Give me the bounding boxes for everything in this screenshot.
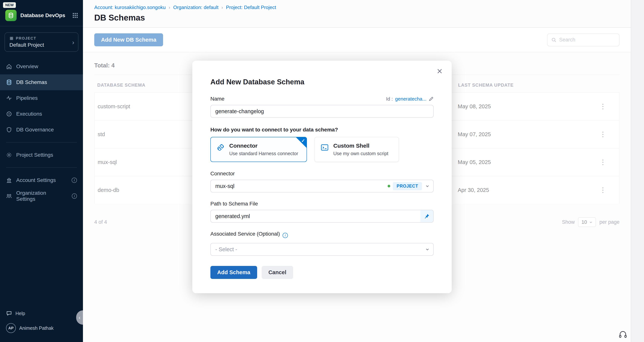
help-label: Help (16, 311, 25, 316)
breadcrumb-separator-icon: › (222, 5, 223, 10)
breadcrumb-project-link[interactable]: Project: Default Project (226, 4, 276, 10)
cancel-button[interactable]: Cancel (262, 266, 293, 279)
page-title: DB Schemas (94, 13, 620, 22)
harness-logo[interactable] (5, 10, 16, 21)
project-scope-label: PROJECT (16, 36, 36, 40)
divider (6, 167, 77, 168)
app-title: Database DevOps (20, 12, 69, 18)
option-subtitle: Use my own custom script (333, 151, 388, 156)
sidebar-item-organization-settings[interactable]: Organization Settings i (0, 188, 83, 204)
organization-icon (6, 193, 12, 199)
associated-service-label: Associated Service (Optional) (210, 231, 280, 237)
option-card-custom-shell[interactable]: Custom Shell Use my own custom script (314, 137, 399, 162)
db-schema-icon (6, 79, 12, 85)
help-chat-icon (6, 310, 12, 316)
module-grid-icon[interactable] (73, 13, 78, 18)
add-schema-modal: Add New Database Schema Name Id : genera… (192, 61, 452, 293)
sidebar-item-executions[interactable]: Executions (0, 106, 83, 122)
sidebar-nav: Overview DB Schemas Pipelines Executions (0, 58, 83, 138)
breadcrumb-account-link[interactable]: Account: kurosakiichigo.songoku (94, 4, 166, 10)
sidebar-item-label: DB Governance (16, 127, 54, 133)
user-name: Animesh Pathak (19, 326, 54, 331)
status-dot (388, 185, 390, 187)
sidebar-item-project-settings[interactable]: Project Settings (0, 147, 83, 163)
app-root: NEW Database DevOps P (0, 0, 644, 342)
page-header: Account: kurosakiichigo.songoku › Organi… (83, 0, 631, 28)
connector-label: Connector (210, 171, 434, 177)
name-label: Name (210, 96, 224, 102)
executions-icon (6, 111, 12, 117)
option-subtitle: Use standard Harness connector (229, 151, 298, 156)
sidebar-item-account-settings[interactable]: Account Settings i (0, 172, 83, 188)
id-value-link[interactable]: generatecha... (395, 96, 426, 102)
avatar: AP (6, 323, 16, 333)
associated-service-value: - Select - (215, 246, 425, 253)
add-schema-submit-button[interactable]: Add Schema (210, 266, 257, 279)
info-icon[interactable]: i (282, 233, 288, 238)
divider (6, 142, 77, 143)
schema-name-input[interactable] (210, 105, 434, 118)
shield-icon (6, 127, 12, 133)
new-badge: NEW (3, 2, 16, 8)
path-label: Path to Schema File (210, 201, 434, 207)
edit-pencil-icon[interactable] (429, 96, 434, 101)
connector-select[interactable]: mux-sql PROJECT (210, 180, 434, 192)
modal-title: Add New Database Schema (210, 78, 434, 86)
breadcrumb-separator-icon: › (169, 5, 170, 10)
fixed-value-pin-icon[interactable] (420, 210, 433, 222)
sidebar-item-label: Organization Settings (16, 190, 64, 202)
associated-service-select[interactable]: - Select - (210, 243, 434, 256)
option-title: Custom Shell (333, 143, 388, 149)
sidebar-item-label: Executions (16, 111, 42, 117)
sidebar-item-label: Overview (16, 63, 38, 69)
account-icon (6, 177, 12, 183)
support-widget-icon[interactable] (618, 330, 628, 339)
sidebar-item-overview[interactable]: Overview (0, 58, 83, 74)
sidebar-item-label: Project Settings (16, 152, 53, 158)
chevron-down-icon (425, 247, 430, 251)
help-button[interactable]: Help (0, 307, 83, 320)
close-icon[interactable] (436, 68, 443, 74)
sidebar: NEW Database DevOps P (0, 0, 83, 342)
pipelines-icon (6, 95, 12, 101)
project-name: Default Project (10, 42, 74, 48)
breadcrumb: Account: kurosakiichigo.songoku › Organi… (94, 4, 620, 10)
info-icon[interactable]: i (72, 193, 77, 199)
scope-badge: PROJECT (393, 182, 422, 190)
connector-icon (216, 143, 225, 152)
sidebar-bottom: Help AP Animesh Pathak (0, 307, 83, 342)
sidebar-item-label: DB Schemas (16, 79, 47, 85)
connector-value: mux-sql (215, 183, 388, 189)
sidebar-item-label: Account Settings (16, 177, 56, 183)
breadcrumb-organization-link[interactable]: Organization: default (173, 4, 218, 10)
terminal-icon (320, 143, 329, 152)
sidebar-item-db-governance[interactable]: DB Governance (0, 122, 83, 138)
home-icon (6, 63, 12, 69)
id-prefix: Id : (386, 96, 393, 102)
scrollbar-gutter[interactable] (631, 0, 644, 342)
check-icon: ✓ (301, 138, 305, 143)
schema-path-input[interactable] (210, 210, 434, 223)
gear-icon (6, 152, 12, 158)
divider (0, 26, 83, 26)
sidebar-item-label: Pipelines (16, 95, 38, 101)
project-selector[interactable]: PROJECT Default Project › (4, 32, 78, 52)
sidebar-item-db-schemas[interactable]: DB Schemas (0, 74, 83, 90)
chevron-down-icon (425, 184, 430, 188)
brand-row: Database DevOps (0, 8, 83, 26)
sidebar-item-pipelines[interactable]: Pipelines (0, 90, 83, 106)
project-scope-icon (10, 36, 14, 40)
user-menu[interactable]: AP Animesh Pathak (0, 320, 83, 338)
option-title: Connector (229, 143, 298, 149)
database-logo-icon (8, 12, 14, 18)
connect-question: How do you want to connect to your data … (210, 127, 434, 133)
info-icon[interactable]: i (72, 178, 77, 183)
chevron-right-icon: › (72, 38, 74, 46)
option-card-connector[interactable]: Connector Use standard Harness connector… (210, 137, 307, 162)
